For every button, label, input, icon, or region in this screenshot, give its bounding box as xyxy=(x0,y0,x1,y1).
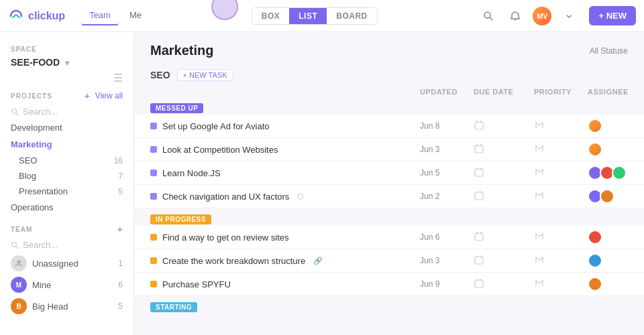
task-dot xyxy=(150,123,157,129)
sidebar-item-seo[interactable]: SEO 16 xyxy=(0,153,133,168)
sidebar-search[interactable]: Search... xyxy=(0,104,133,119)
task-assignee xyxy=(588,142,628,157)
seo-header: SEO + NEW TASK xyxy=(134,64,644,85)
sidebar-search-placeholder: Search... xyxy=(23,107,58,117)
svg-line-8 xyxy=(16,246,19,249)
sidebar-settings-icon[interactable] xyxy=(113,73,123,82)
team-search-icon xyxy=(11,241,19,249)
unassigned-avatar xyxy=(11,255,27,271)
calendar-icon xyxy=(474,167,484,178)
svg-rect-13 xyxy=(475,145,483,153)
table-header: UPDATED DUE DATE PRIORITY ASSIGNEE xyxy=(134,85,644,98)
user-avatar[interactable]: MV xyxy=(533,7,551,25)
view-tab-board[interactable]: BOARD xyxy=(327,8,377,24)
svg-rect-25 xyxy=(475,257,483,264)
table-row[interactable]: Create the work breakdown structure 🔗 Ju… xyxy=(134,249,644,273)
sidebar-item-operations[interactable]: Operations xyxy=(0,199,133,216)
svg-rect-22 xyxy=(475,233,483,241)
svg-rect-3 xyxy=(114,77,122,78)
team-search[interactable]: Search... xyxy=(0,237,133,253)
table-row[interactable]: Check navigation and UX factors ⬡ Jun 2 xyxy=(134,185,644,208)
view-tab-list[interactable]: LIST xyxy=(289,8,327,24)
priority-icon xyxy=(534,167,545,178)
logo-icon xyxy=(8,8,24,24)
calendar-icon xyxy=(474,190,484,201)
search-icon[interactable] xyxy=(479,7,498,25)
sidebar-item-blog[interactable]: Blog 7 xyxy=(0,168,133,184)
in-progress-badge: IN PROGRESS xyxy=(150,214,211,224)
page-title: Marketing xyxy=(150,43,213,58)
sidebar: SPACE SEE-FOOD ▾ PROJECTS + View all Sea… xyxy=(0,32,134,335)
task-assignee xyxy=(588,189,628,204)
sidebar-search-icon xyxy=(11,108,19,116)
svg-rect-2 xyxy=(114,74,122,75)
assignee-avatar xyxy=(588,119,602,133)
calendar-icon xyxy=(474,231,484,242)
task-assignee xyxy=(588,253,628,268)
status-filter[interactable]: All Statuse xyxy=(590,46,628,56)
calendar-icon xyxy=(474,255,484,265)
assignee-avatar xyxy=(588,277,602,291)
assignee-avatar xyxy=(588,230,602,245)
task-assignee xyxy=(588,165,628,180)
starting-badge: STARTING xyxy=(150,302,197,312)
table-row[interactable]: Find a way to get on review sites Jun 6 xyxy=(134,226,644,249)
in-progress-section: IN PROGRESS xyxy=(134,208,644,226)
table-row[interactable]: Set up Google Ad for Aviato Jun 8 xyxy=(134,115,644,138)
bighead-avatar: B xyxy=(11,298,27,314)
view-tabs: BOX LIST BOARD xyxy=(252,7,378,25)
table-row[interactable]: Purchase SPYFU Jun 9 xyxy=(134,273,644,296)
task-meta: ⬡ xyxy=(297,192,304,201)
logo[interactable]: clickup xyxy=(8,8,65,24)
space-label: SPACE xyxy=(0,40,133,56)
assignee-avatar xyxy=(588,142,602,157)
messed-up-badge: MESSED UP xyxy=(150,103,203,113)
task-dot xyxy=(150,281,157,287)
task-meta: 🔗 xyxy=(313,257,323,265)
new-task-button[interactable]: + NEW TASK xyxy=(177,69,233,81)
messed-up-section: MESSED UP xyxy=(134,98,644,115)
team-member-unassigned[interactable]: Unassigned 1 xyxy=(0,253,133,274)
add-project-icon[interactable]: + xyxy=(85,90,90,101)
svg-rect-28 xyxy=(475,280,483,287)
main-content: Marketing All Statuse SEO + NEW TASK UPD… xyxy=(134,32,644,335)
app: clickup Team Me BOX LIST BOARD MV xyxy=(0,0,644,335)
view-tab-box[interactable]: BOX xyxy=(252,8,290,24)
sidebar-item-development[interactable]: Development xyxy=(0,119,133,136)
priority-icon xyxy=(534,278,545,289)
table-row[interactable]: Look at Competition Websites Jun 3 xyxy=(134,138,644,161)
calendar-icon xyxy=(474,278,484,289)
svg-rect-19 xyxy=(475,192,483,200)
table-row[interactable]: Learn Node.JS Jun 5 xyxy=(134,161,644,185)
team-member-bighead[interactable]: B Big Head 5 xyxy=(0,295,133,317)
svg-rect-4 xyxy=(114,80,122,82)
space-name: SEE-FOOD ▾ xyxy=(0,56,133,73)
topbar: clickup Team Me BOX LIST BOARD MV xyxy=(0,0,644,32)
calendar-icon xyxy=(474,143,484,154)
projects-header: PROJECTS + View all xyxy=(0,85,133,104)
nav-tab-team[interactable]: Team xyxy=(81,6,119,25)
task-dot xyxy=(150,146,157,153)
view-all-link[interactable]: View all xyxy=(95,91,123,100)
sidebar-item-presentation[interactable]: Presentation 5 xyxy=(0,184,133,199)
chevron-down-icon[interactable] xyxy=(559,7,578,25)
svg-rect-16 xyxy=(475,169,483,176)
sidebar-item-marketing[interactable]: Marketing xyxy=(0,136,133,153)
nav-tab-me[interactable]: Me xyxy=(121,6,150,25)
content-area: SPACE SEE-FOOD ▾ PROJECTS + View all Sea… xyxy=(0,32,644,335)
assignee-avatar xyxy=(588,253,602,268)
priority-icon xyxy=(534,143,545,154)
task-dot xyxy=(150,170,157,176)
assignee-avatar xyxy=(600,189,614,204)
task-dot xyxy=(150,193,157,200)
logo-text: clickup xyxy=(28,10,65,22)
add-team-icon[interactable]: + xyxy=(117,224,123,234)
priority-icon xyxy=(534,255,545,265)
main-header: Marketing All Statuse xyxy=(134,32,644,64)
starting-section: STARTING xyxy=(134,296,644,314)
team-member-mine[interactable]: M Mine 6 xyxy=(0,274,133,295)
team-header: TEAM + xyxy=(0,216,133,237)
new-button[interactable]: + NEW xyxy=(589,6,636,25)
notification-icon[interactable] xyxy=(506,7,525,25)
mine-avatar: M xyxy=(11,277,27,293)
